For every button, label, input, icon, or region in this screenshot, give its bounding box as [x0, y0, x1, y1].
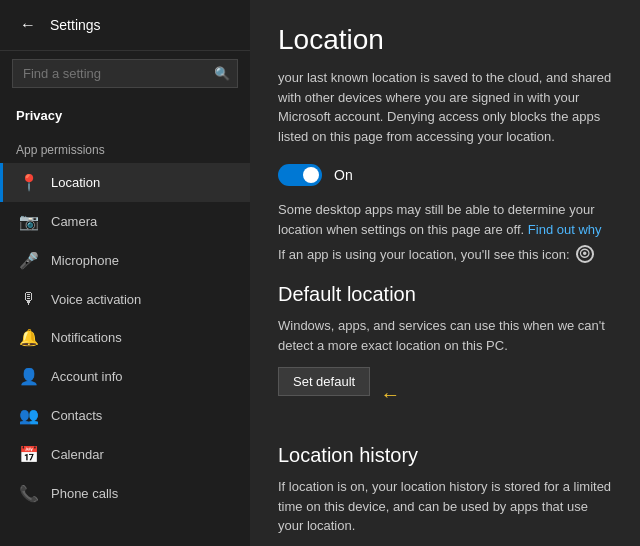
calendar-icon: 📅: [19, 445, 39, 464]
location-toggle[interactable]: [278, 164, 322, 186]
back-icon: ←: [20, 16, 36, 34]
phone-calls-icon: 📞: [19, 484, 39, 503]
sidebar-item-camera[interactable]: 📷 Camera: [0, 202, 250, 241]
sidebar-item-calendar[interactable]: 📅 Calendar: [0, 435, 250, 474]
desktop-apps-note: Some desktop apps may still be able to d…: [278, 200, 612, 239]
location-icon: 📍: [19, 173, 39, 192]
app-permissions-label: App permissions: [0, 131, 250, 163]
location-history-description: If location is on, your location history…: [278, 477, 612, 536]
camera-icon: 📷: [19, 212, 39, 231]
voice-activation-icon: 🎙: [19, 290, 39, 308]
set-default-wrapper: Set default ←: [278, 367, 370, 420]
microphone-icon: 🎤: [19, 251, 39, 270]
set-default-button[interactable]: Set default: [278, 367, 370, 396]
main-content: Location your last known location is sav…: [250, 0, 640, 546]
back-button[interactable]: ←: [16, 12, 40, 38]
default-location-description: Windows, apps, and services can use this…: [278, 316, 612, 355]
toggle-label: On: [334, 167, 353, 183]
sidebar-item-label-phone-calls: Phone calls: [51, 486, 118, 501]
default-location-title: Default location: [278, 283, 612, 306]
nav-items: 📍 Location 📷 Camera 🎤 Microphone 🎙 Voice…: [0, 163, 250, 513]
sidebar-item-phone-calls[interactable]: 📞 Phone calls: [0, 474, 250, 513]
location-history-title: Location history: [278, 444, 612, 467]
contacts-icon: 👥: [19, 406, 39, 425]
search-box: 🔍: [12, 59, 238, 88]
sidebar-item-label-contacts: Contacts: [51, 408, 102, 423]
sidebar-item-label-camera: Camera: [51, 214, 97, 229]
sidebar-item-label-account-info: Account info: [51, 369, 123, 384]
search-input[interactable]: [12, 59, 238, 88]
sidebar-item-location[interactable]: 📍 Location: [0, 163, 250, 202]
sidebar-header: ← Settings: [0, 0, 250, 51]
account-info-icon: 👤: [19, 367, 39, 386]
page-title: Location: [278, 24, 612, 56]
sidebar-item-contacts[interactable]: 👥 Contacts: [0, 396, 250, 435]
find-out-why-link[interactable]: Find out why: [528, 222, 602, 237]
toggle-row: On: [278, 164, 612, 186]
toggle-knob: [303, 167, 319, 183]
sidebar-item-label-calendar: Calendar: [51, 447, 104, 462]
privacy-label: Privacy: [0, 96, 250, 131]
notifications-icon: 🔔: [19, 328, 39, 347]
search-icon: 🔍: [214, 66, 230, 81]
sidebar: ← Settings 🔍 Privacy App permissions 📍 L…: [0, 0, 250, 546]
sidebar-item-label-voice-activation: Voice activation: [51, 292, 141, 307]
icon-info-text: If an app is using your location, you'll…: [278, 247, 570, 262]
sidebar-item-voice-activation[interactable]: 🎙 Voice activation: [0, 280, 250, 318]
sidebar-item-notifications[interactable]: 🔔 Notifications: [0, 318, 250, 357]
arrow-indicator: ←: [380, 382, 400, 405]
sidebar-item-label-microphone: Microphone: [51, 253, 119, 268]
sidebar-item-microphone[interactable]: 🎤 Microphone: [0, 241, 250, 280]
location-indicator-icon: ⦿: [576, 245, 594, 263]
location-description: your last known location is saved to the…: [278, 68, 612, 146]
sidebar-title: Settings: [50, 17, 101, 33]
sidebar-item-label-notifications: Notifications: [51, 330, 122, 345]
icon-info-row: If an app is using your location, you'll…: [278, 245, 612, 263]
sidebar-item-label-location: Location: [51, 175, 100, 190]
sidebar-item-account-info[interactable]: 👤 Account info: [0, 357, 250, 396]
